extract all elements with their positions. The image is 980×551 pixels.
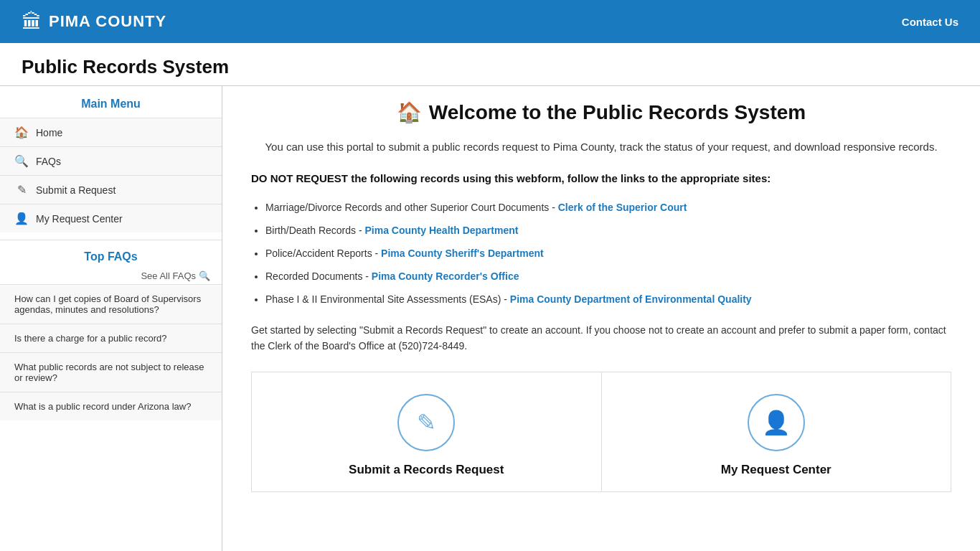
user-icon: 👤 [14, 212, 29, 225]
faq-item-1[interactable]: How can I get copies of Board of Supervi… [0, 284, 222, 324]
my-request-user-icon: 👤 [762, 409, 791, 436]
main-menu-section: Main Menu 🏠 Home 🔍 FAQs ✎ Submit a Reque… [0, 86, 222, 240]
my-request-center-label: My Request Center [721, 463, 831, 477]
faq-header: Top FAQs [0, 250, 222, 270]
do-not-text: DO NOT REQUEST the following records usi… [251, 170, 951, 187]
list-item-5: Phase I & II Environmental Site Assessme… [265, 289, 951, 309]
action-cards: ✎ Submit a Records Request 👤 My Request … [251, 372, 951, 492]
recorders-office-link[interactable]: Pima County Recorder's Office [372, 270, 519, 282]
my-request-icon-circle: 👤 [748, 394, 805, 451]
list-item-2: Birth/Death Records - Pima County Health… [265, 220, 951, 240]
home-icon: 🏠 [14, 126, 29, 139]
main-content: 🏠 Welcome to the Public Records System Y… [222, 86, 980, 551]
records-list: Marriage/Divorce Records and other Super… [265, 197, 951, 309]
list-item-1: Marriage/Divorce Records and other Super… [265, 197, 951, 217]
logo[interactable]: 🏛 PIMA COUNTY [22, 10, 166, 34]
search-icon: 🔍 [14, 154, 29, 168]
sidebar-item-my-request-label: My Request Center [36, 213, 123, 225]
logo-icon: 🏛 [22, 10, 42, 34]
clerk-superior-court-link[interactable]: Clerk of the Superior Court [558, 202, 687, 213]
sidebar-item-home[interactable]: 🏠 Home [0, 118, 222, 146]
top-faqs-section: Top FAQs See All FAQs 🔍 How can I get co… [0, 240, 222, 426]
sidebar-item-submit-label: Submit a Request [36, 184, 116, 196]
submit-edit-icon: ✎ [417, 409, 436, 436]
header: 🏛 PIMA COUNTY Contact Us [0, 0, 980, 43]
sidebar: Main Menu 🏠 Home 🔍 FAQs ✎ Submit a Reque… [0, 86, 222, 551]
sidebar-item-faqs-label: FAQs [36, 156, 61, 167]
sidebar-item-home-label: Home [36, 127, 62, 138]
health-dept-link[interactable]: Pima County Health Department [365, 225, 519, 236]
edit-icon: ✎ [14, 183, 29, 197]
my-request-center-card[interactable]: 👤 My Request Center [602, 372, 951, 491]
sidebar-item-submit[interactable]: ✎ Submit a Request [0, 175, 222, 204]
welcome-house-icon: 🏠 [397, 100, 422, 124]
page-title: Public Records System [22, 56, 958, 78]
env-quality-link[interactable]: Pima County Department of Environmental … [510, 293, 752, 305]
submit-icon-circle: ✎ [397, 394, 455, 451]
sidebar-item-my-request[interactable]: 👤 My Request Center [0, 204, 222, 232]
submit-request-card[interactable]: ✎ Submit a Records Request [252, 372, 602, 491]
main-menu-heading: Main Menu [0, 98, 222, 110]
contact-us-link[interactable]: Contact Us [902, 16, 958, 28]
welcome-heading: 🏠 Welcome to the Public Records System [251, 100, 951, 124]
list-item-3: Police/Accident Reports - Pima County Sh… [265, 243, 951, 263]
faq-item-2[interactable]: Is there a charge for a public record? [0, 324, 222, 352]
sidebar-item-faqs[interactable]: 🔍 FAQs [0, 146, 222, 175]
sidebar-nav: 🏠 Home 🔍 FAQs ✎ Submit a Request 👤 My Re… [0, 118, 222, 232]
submit-request-label: Submit a Records Request [349, 463, 504, 477]
get-started-text: Get started by selecting "Submit a Recor… [251, 322, 951, 354]
sheriff-dept-link[interactable]: Pima County Sheriff's Department [381, 248, 544, 259]
magnify-icon: 🔍 [199, 270, 210, 281]
list-item-4: Recorded Documents - Pima County Recorde… [265, 266, 951, 286]
logo-text: PIMA COUNTY [49, 12, 166, 31]
top-faqs-heading: Top FAQs [11, 250, 210, 263]
see-all-faqs-link[interactable]: See All FAQs 🔍 [0, 270, 222, 284]
faq-item-4[interactable]: What is a public record under Arizona la… [0, 392, 222, 420]
faq-item-3[interactable]: What public records are not subject to r… [0, 352, 222, 392]
main-layout: Main Menu 🏠 Home 🔍 FAQs ✎ Submit a Reque… [0, 86, 980, 551]
page-title-bar: Public Records System [0, 43, 980, 86]
intro-text: You can use this portal to submit a publ… [251, 138, 951, 156]
